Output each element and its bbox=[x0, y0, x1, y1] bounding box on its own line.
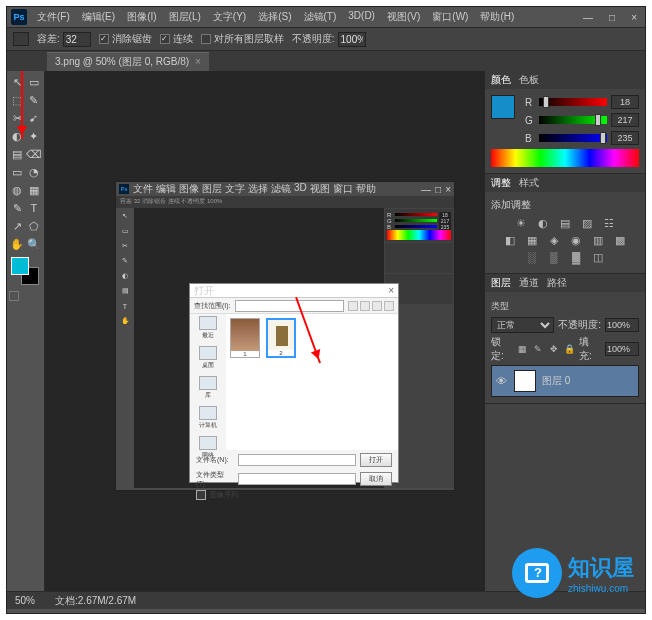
adj-vibrance-icon[interactable]: ☷ bbox=[601, 216, 617, 230]
eyedropper-tool[interactable]: ➹ bbox=[26, 109, 43, 127]
adj-hue-icon[interactable]: ◧ bbox=[502, 233, 518, 247]
side-recent[interactable]: 最近 bbox=[198, 316, 218, 340]
adj-invert-icon[interactable]: ░ bbox=[524, 250, 540, 264]
open-button[interactable]: 打开 bbox=[360, 453, 392, 467]
filetype-select[interactable] bbox=[238, 473, 356, 485]
zoom-value[interactable]: 50% bbox=[15, 595, 35, 606]
adj-exposure-icon[interactable]: ▨ bbox=[579, 216, 595, 230]
lookin-select[interactable] bbox=[235, 300, 344, 312]
marquee-tool[interactable]: ▭ bbox=[26, 73, 43, 91]
tab-color[interactable]: 颜色 bbox=[491, 73, 511, 87]
back-icon[interactable] bbox=[348, 301, 358, 311]
lock-move-icon[interactable]: ✥ bbox=[548, 343, 560, 355]
zoom-tool[interactable]: 🔍 bbox=[26, 235, 43, 253]
adj-levels-icon[interactable]: ◐ bbox=[535, 216, 551, 230]
tab-adjustments[interactable]: 调整 bbox=[491, 176, 511, 190]
foreground-swatch[interactable] bbox=[11, 257, 29, 275]
layer-thumbnail[interactable] bbox=[514, 370, 536, 392]
lock-paint-icon[interactable]: ✎ bbox=[532, 343, 544, 355]
pencil-tool[interactable]: ✎ bbox=[26, 91, 43, 109]
lock-trans-icon[interactable]: ▦ bbox=[517, 343, 529, 355]
crop-tool[interactable]: ✂ bbox=[9, 109, 26, 127]
menu-file[interactable]: 文件(F) bbox=[33, 8, 74, 26]
g-value[interactable]: 217 bbox=[611, 113, 639, 127]
stamp-tool[interactable]: ▤ bbox=[9, 145, 26, 163]
move-tool[interactable]: ↖ bbox=[9, 73, 26, 91]
pen-tool[interactable]: ▦ bbox=[26, 181, 43, 199]
close-button[interactable]: × bbox=[627, 12, 641, 23]
menu-help[interactable]: 帮助(H) bbox=[476, 8, 518, 26]
direct-select-tool[interactable]: ↗ bbox=[9, 217, 26, 235]
view-icon[interactable] bbox=[384, 301, 394, 311]
blend-select[interactable]: 正常 bbox=[491, 317, 554, 333]
r-value[interactable]: 18 bbox=[611, 95, 639, 109]
b-slider[interactable] bbox=[539, 134, 607, 142]
brush-tool[interactable]: ✦ bbox=[26, 127, 43, 145]
side-computer[interactable]: 计算机 bbox=[198, 406, 218, 430]
adj-brightness-icon[interactable]: ☀ bbox=[513, 216, 529, 230]
tab-swatches[interactable]: 色板 bbox=[519, 73, 539, 87]
path-tool[interactable]: ✎ bbox=[9, 199, 26, 217]
visibility-eye-icon[interactable]: 👁 bbox=[496, 375, 508, 387]
maximize-button[interactable]: □ bbox=[605, 12, 619, 23]
adj-curves-icon[interactable]: ▤ bbox=[557, 216, 573, 230]
menu-window[interactable]: 窗口(W) bbox=[428, 8, 472, 26]
side-desktop[interactable]: 桌面 bbox=[198, 346, 218, 370]
fill-input[interactable] bbox=[605, 342, 639, 356]
r-slider[interactable] bbox=[539, 98, 607, 106]
eraser-tool[interactable]: ⌫ bbox=[26, 145, 43, 163]
cancel-button[interactable]: 取消 bbox=[360, 472, 392, 486]
file-thumb-2[interactable]: 2 bbox=[266, 318, 296, 358]
tab-styles[interactable]: 样式 bbox=[519, 176, 539, 190]
menu-edit[interactable]: 编辑(E) bbox=[78, 8, 119, 26]
b-value[interactable]: 235 bbox=[611, 131, 639, 145]
tab-channels[interactable]: 通道 bbox=[519, 276, 539, 290]
color-swatches[interactable] bbox=[11, 257, 41, 287]
up-icon[interactable] bbox=[360, 301, 370, 311]
adj-colorbalance-icon[interactable]: ▦ bbox=[524, 233, 540, 247]
menu-view[interactable]: 视图(V) bbox=[383, 8, 424, 26]
gradient-tool[interactable]: ▭ bbox=[9, 163, 26, 181]
blur-tool[interactable]: ◔ bbox=[26, 163, 43, 181]
tolerance-input[interactable] bbox=[63, 32, 91, 47]
layer-name[interactable]: 图层 0 bbox=[542, 374, 570, 388]
hand-tool[interactable]: ✋ bbox=[9, 235, 26, 253]
tab-close-icon[interactable]: × bbox=[195, 56, 201, 67]
color-sample[interactable] bbox=[491, 95, 515, 119]
adj-gradientmap-icon[interactable]: ◫ bbox=[590, 250, 606, 264]
g-slider[interactable] bbox=[539, 116, 607, 124]
adj-channelmixer-icon[interactable]: ▥ bbox=[590, 233, 606, 247]
all-layers-checkbox[interactable] bbox=[201, 34, 211, 44]
dialog-close-icon[interactable]: × bbox=[388, 285, 394, 296]
adj-posterize-icon[interactable]: ▒ bbox=[546, 250, 562, 264]
opacity-input[interactable] bbox=[338, 32, 366, 47]
adj-photofilter-icon[interactable]: ◉ bbox=[568, 233, 584, 247]
menu-layer[interactable]: 图层(L) bbox=[165, 8, 205, 26]
tab-layers[interactable]: 图层 bbox=[491, 276, 511, 290]
shape-tool[interactable]: ⬠ bbox=[26, 217, 43, 235]
layer-opacity-input[interactable] bbox=[605, 318, 639, 332]
sequence-checkbox[interactable] bbox=[196, 490, 206, 500]
adj-bw-icon[interactable]: ◈ bbox=[546, 233, 562, 247]
file-thumb-1[interactable]: 1 bbox=[230, 318, 260, 358]
dialog-filelist[interactable]: 1 2 bbox=[226, 314, 398, 450]
side-library[interactable]: 库 bbox=[198, 376, 218, 400]
type-tool[interactable]: T bbox=[26, 199, 43, 217]
adj-threshold-icon[interactable]: ▓ bbox=[568, 250, 584, 264]
document-tab[interactable]: 3.png @ 50% (图层 0, RGB/8)× bbox=[47, 52, 209, 71]
layer-row[interactable]: 👁 图层 0 bbox=[491, 365, 639, 397]
newfolder-icon[interactable] bbox=[372, 301, 382, 311]
minimize-button[interactable]: — bbox=[579, 12, 597, 23]
lasso-tool[interactable]: ⬚ bbox=[9, 91, 26, 109]
adj-colorlookup-icon[interactable]: ▩ bbox=[612, 233, 628, 247]
filename-input[interactable] bbox=[238, 454, 356, 466]
color-spectrum[interactable] bbox=[491, 149, 639, 167]
dodge-tool[interactable]: ◍ bbox=[9, 181, 26, 199]
menu-filter[interactable]: 滤镜(T) bbox=[300, 8, 341, 26]
contiguous-checkbox[interactable] bbox=[160, 34, 170, 44]
tool-preset-icon[interactable] bbox=[13, 32, 29, 46]
menu-type[interactable]: 文字(Y) bbox=[209, 8, 250, 26]
menu-image[interactable]: 图像(I) bbox=[123, 8, 160, 26]
canvas-area[interactable]: Ps 文件 编辑 图像 图层 文字 选择 滤镜 3D 视图 窗口 帮助 bbox=[45, 71, 485, 591]
menu-3d[interactable]: 3D(D) bbox=[344, 8, 379, 26]
